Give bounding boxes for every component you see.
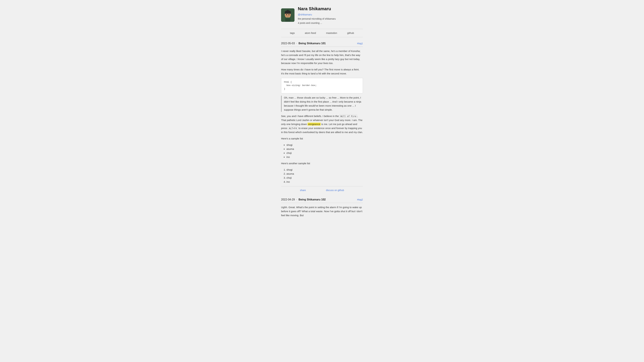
nav-tags[interactable]: tags: [290, 31, 295, 35]
post-body-2: Ughh. Great. What's the point in setting…: [281, 205, 363, 217]
post-header-1: 2022-05-03 · Being Shikamaru 101 #tag1: [281, 41, 363, 47]
post-title-2: Being Shikamaru 102: [298, 198, 326, 201]
post-ordered-list-1: shogi asuma choji ino: [286, 168, 363, 184]
profile-info: Nara Shikamaru @shikamaru the personal m…: [298, 5, 336, 25]
list-item: asuma: [286, 147, 363, 151]
post-list-label-1: Here's a sample list: [281, 137, 363, 141]
list-item: shogi: [286, 143, 363, 147]
post-para-1-0: I never really liked Sasuke, but all the…: [281, 49, 363, 65]
post-para-1-2: See, you and I have different beliefs. I…: [281, 114, 363, 134]
share-link-1[interactable]: share: [300, 188, 306, 192]
post-body-1: I never really liked Sasuke, but all the…: [281, 49, 363, 184]
post-date-1: 2022-05-03 · Being Shikamaru 101: [281, 41, 326, 45]
profile-description: the personal microblog of shikamaru: [298, 17, 336, 21]
svg-point-5: [286, 10, 289, 12]
post-date-2: 2022-04-29 · Being Shikamaru 102: [281, 197, 326, 202]
svg-point-7: [288, 14, 290, 15]
avatar: [281, 8, 294, 22]
post-para-1-1: How many times do I have to tell you? Th…: [281, 67, 363, 76]
svg-rect-4: [285, 12, 291, 14]
post-tag-2[interactable]: #tag2: [357, 198, 363, 201]
post-para-2-0: Ughh. Great. What's the point in setting…: [281, 205, 363, 217]
post-footer-1: share discuss on github: [281, 186, 363, 192]
post-date-value: 2022-05-03: [281, 42, 295, 45]
post-tag-1[interactable]: #tag1: [357, 41, 363, 45]
svg-point-8: [288, 15, 288, 16]
post-unordered-list-1: shogi asuma choji ino: [286, 143, 363, 159]
navigation: tags atom feed mastodon github: [281, 29, 363, 37]
highlight-vengeance: vengeance: [308, 123, 320, 125]
nav-github[interactable]: github: [347, 31, 354, 35]
list-item: choji: [286, 176, 363, 180]
list-item: ino: [286, 180, 363, 184]
discuss-link-1[interactable]: discuss on github: [326, 188, 344, 192]
list-item: asuma: [286, 172, 363, 176]
post-date-value-2: 2022-04-29: [281, 198, 295, 201]
nav-mastodon[interactable]: mastodon: [326, 31, 337, 35]
svg-rect-9: [286, 17, 290, 18]
post-olist-label-1: Here's another sample list: [281, 161, 363, 165]
post-blockquote-1: Oh, man ... those clouds are so lucky ..…: [281, 96, 363, 112]
profile-name: Nara Shikamaru: [298, 5, 336, 12]
inline-code-will-of-fire: Will of Fire: [340, 115, 357, 118]
svg-point-6: [286, 14, 287, 15]
post-header-2: 2022-04-29 · Being Shikamaru 102 #tag2: [281, 197, 363, 203]
list-item: ino: [286, 155, 363, 159]
list-item: shogi: [286, 168, 363, 172]
post-title-1: Being Shikamaru 101: [298, 42, 326, 45]
nav-atom-feed[interactable]: atom feed: [305, 31, 316, 35]
post-code-1: html { box-sizing: border-box; }: [281, 78, 363, 93]
profile-handle[interactable]: @shikamaru: [298, 13, 312, 16]
profile-stats: 4 posts and counting ...: [298, 21, 336, 25]
post-2: 2022-04-29 · Being Shikamaru 102 #tag2 U…: [281, 197, 363, 217]
inline-code-altf4: ALT+F4: [288, 127, 298, 130]
list-item: choji: [286, 151, 363, 155]
profile-section: Nara Shikamaru @shikamaru the personal m…: [281, 5, 363, 25]
post-1: 2022-05-03 · Being Shikamaru 101 #tag1 I…: [281, 41, 363, 192]
